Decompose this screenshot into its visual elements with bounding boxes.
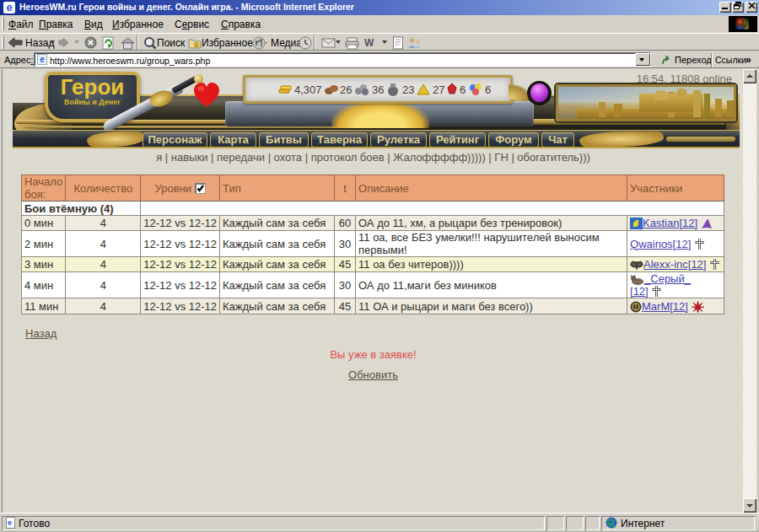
svg-text:6: 6 [460, 83, 466, 96]
svg-text:23: 23 [402, 83, 414, 96]
svg-text:e: e [8, 519, 12, 527]
svg-text:36: 36 [372, 83, 384, 96]
svg-text:4,307: 4,307 [294, 83, 322, 96]
svg-text:6: 6 [485, 83, 491, 96]
svg-text:27: 27 [433, 83, 444, 96]
svg-text:26: 26 [340, 83, 352, 96]
